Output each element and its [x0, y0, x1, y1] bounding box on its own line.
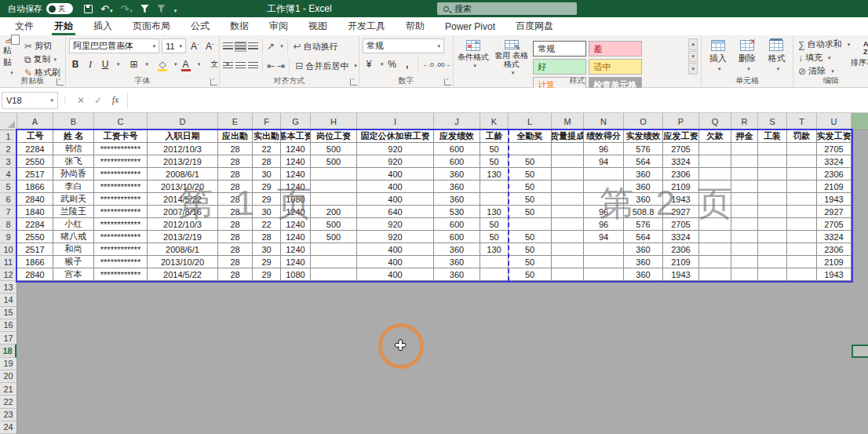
cell-U5[interactable]: 2109 [817, 181, 852, 193]
autosave-toggle[interactable]: 自动保存 关 [8, 3, 73, 15]
cell-O2[interactable]: 576 [624, 143, 663, 155]
cell-E7[interactable]: 28 [218, 206, 253, 218]
row-header-18[interactable]: 18 [0, 345, 16, 357]
ribbon-tab-4[interactable]: 公式 [181, 17, 220, 35]
cell-M4[interactable] [552, 168, 584, 181]
cell-O1[interactable]: 实发绩效 [624, 130, 663, 143]
format-cells-button[interactable]: 格式▾ [764, 38, 790, 76]
cell-A8[interactable]: 2284 [17, 218, 53, 231]
cell-D7[interactable]: 2007/8/16 [148, 206, 218, 218]
cell-B2[interactable]: 韩信 [53, 143, 94, 155]
cell-J10[interactable]: 360 [434, 243, 480, 256]
cell-F8[interactable]: 22 [253, 218, 281, 231]
column-header-L[interactable]: L [509, 113, 552, 129]
dialog-launcher-icon[interactable] [350, 78, 357, 86]
name-box[interactable]: V18 ▾ [2, 92, 58, 109]
cell-J11[interactable]: 360 [434, 256, 480, 268]
cell-M3[interactable] [552, 155, 584, 168]
cell-C12[interactable]: ************ [94, 268, 148, 281]
cell-L6[interactable]: 50 [509, 193, 552, 206]
column-header-P[interactable]: P [663, 113, 699, 129]
ribbon-tab-5[interactable]: 数据 [220, 17, 259, 35]
cell-A6[interactable]: 2840 [17, 193, 53, 206]
row-header-8[interactable]: 8 [0, 218, 16, 231]
cell-O12[interactable]: 360 [624, 268, 663, 281]
cell-K3[interactable]: 50 [480, 155, 509, 168]
cell-S7[interactable] [758, 206, 787, 218]
cell-I9[interactable]: 920 [357, 231, 434, 243]
row-header-21[interactable]: 21 [0, 383, 16, 396]
column-header-U[interactable]: U [817, 113, 852, 129]
cell-A11[interactable]: 1866 [17, 256, 53, 268]
cell-E12[interactable]: 28 [218, 268, 253, 281]
cell-I12[interactable]: 400 [357, 268, 434, 281]
column-header-B[interactable]: B [53, 113, 94, 129]
cell-T2[interactable] [787, 143, 817, 155]
cell-L7[interactable]: 50 [509, 206, 552, 218]
row-header-6[interactable]: 6 [0, 193, 16, 206]
dialog-launcher-icon[interactable] [57, 78, 64, 86]
cell-O4[interactable]: 360 [624, 168, 663, 181]
column-header-F[interactable]: F [253, 113, 281, 129]
cell-Q3[interactable] [699, 155, 731, 168]
cell-P8[interactable]: 2705 [663, 218, 699, 231]
cell-I1[interactable]: 固定公休加班工资 [357, 130, 434, 143]
cell-E6[interactable]: 28 [218, 193, 253, 206]
cell-R8[interactable] [731, 218, 758, 231]
cell-O5[interactable]: 360 [624, 181, 663, 193]
filter-icon[interactable] [140, 5, 149, 13]
cell-Q8[interactable] [699, 218, 731, 231]
cell-C4[interactable]: ************ [94, 168, 148, 181]
column-header-J[interactable]: J [434, 113, 480, 129]
cell-A9[interactable]: 2550 [17, 231, 53, 243]
cell-B7[interactable]: 兰陵王 [53, 206, 94, 218]
cell-Q7[interactable] [699, 206, 731, 218]
cell-F10[interactable]: 30 [253, 243, 281, 256]
cell-E10[interactable]: 28 [218, 243, 253, 256]
cell-style-2[interactable]: 好 [533, 59, 586, 75]
cell-S12[interactable] [758, 268, 787, 281]
row-header-22[interactable]: 22 [0, 396, 16, 408]
cell-J8[interactable]: 600 [434, 218, 480, 231]
row-header-9[interactable]: 9 [0, 231, 16, 243]
font-color-button[interactable]: A [180, 58, 192, 71]
cell-L5[interactable]: 50 [509, 181, 552, 193]
cell-M12[interactable] [552, 268, 584, 281]
cell-H11[interactable] [311, 256, 357, 268]
row-header-15[interactable]: 15 [0, 307, 16, 319]
cell-T3[interactable] [787, 155, 817, 168]
column-header-O[interactable]: O [624, 113, 663, 129]
comma-style-button[interactable]: , [401, 58, 414, 71]
cell-F3[interactable]: 28 [253, 155, 281, 168]
cell-K1[interactable]: 工龄 [480, 130, 509, 143]
gallery-down-icon[interactable]: ▼ [688, 51, 698, 63]
cell-F5[interactable]: 29 [253, 181, 281, 193]
cell-M9[interactable] [552, 231, 584, 243]
copy-button[interactable]: ⧉复制▾ [23, 53, 62, 65]
row-header-2[interactable]: 2 [0, 143, 16, 155]
cell-E3[interactable]: 28 [218, 155, 253, 168]
cell-C2[interactable]: ************ [94, 143, 148, 155]
cell-A4[interactable]: 2517 [17, 168, 53, 181]
column-header-M[interactable]: M [552, 113, 584, 129]
cell-M2[interactable] [552, 143, 584, 155]
customize-qat-icon[interactable]: ▾ [173, 4, 177, 14]
cell-D11[interactable]: 2013/10/20 [148, 256, 218, 268]
undo-icon[interactable]: ↶▾ [100, 4, 112, 14]
cell-F6[interactable]: 29 [253, 193, 281, 206]
ribbon-tab-9[interactable]: 帮助 [396, 17, 435, 35]
ribbon-tab-7[interactable]: 视图 [298, 17, 337, 35]
cell-J4[interactable]: 360 [434, 168, 480, 181]
cell-J1[interactable]: 应发绩效 [434, 130, 480, 143]
cell-U2[interactable]: 2705 [817, 143, 852, 155]
cell-S3[interactable] [758, 155, 787, 168]
column-header-R[interactable]: R [731, 113, 758, 129]
font-name-combo[interactable]: 阿里巴巴普惠体▾ [69, 38, 159, 53]
cell-M10[interactable] [552, 243, 584, 256]
ribbon-tab-3[interactable]: 页面布局 [122, 17, 181, 35]
insert-function-icon[interactable]: fx [107, 94, 124, 106]
cell-R2[interactable] [731, 143, 758, 155]
cell-G10[interactable]: 1240 [281, 243, 311, 256]
orientation-icon[interactable]: ↗ [267, 42, 275, 51]
cell-Q12[interactable] [699, 268, 731, 281]
